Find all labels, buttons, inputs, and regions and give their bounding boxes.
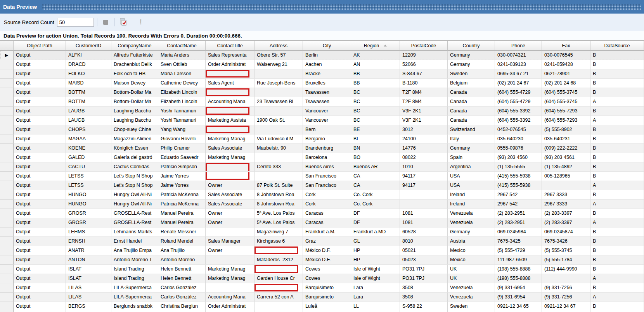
cell-address[interactable]: 87 Polk St. Suite xyxy=(254,181,303,190)
cell-contacttitle[interactable]: Order Administrat xyxy=(206,302,254,311)
cell-country[interactable]: USA xyxy=(448,181,495,190)
cell-object-path[interactable]: Output xyxy=(14,228,66,237)
cell-region[interactable]: AK xyxy=(351,51,400,60)
cell-datasource[interactable]: B xyxy=(590,79,644,88)
cell-city[interactable]: Vancouver xyxy=(303,116,351,125)
cell-object-path[interactable]: Output xyxy=(14,255,66,265)
cell-customerid[interactable]: ISLAT xyxy=(66,274,111,283)
cell-datasource[interactable]: B xyxy=(590,172,644,181)
cell-object-path[interactable]: Output xyxy=(14,246,66,255)
cell-object-path[interactable]: Output xyxy=(14,107,66,116)
cell-object-path[interactable]: Output xyxy=(14,218,66,228)
cell-customerid[interactable]: KOENE xyxy=(66,144,111,153)
cell-postalcode[interactable] xyxy=(400,190,448,200)
cell-postalcode[interactable]: 1081 xyxy=(400,209,448,218)
cell-phone[interactable]: (604) 555-4729 xyxy=(495,97,542,107)
cell-postalcode[interactable]: 94117 xyxy=(400,181,448,190)
cell-city[interactable]: Tsawassen xyxy=(303,97,351,107)
cell-postalcode[interactable]: V3F 2K1 xyxy=(400,107,448,116)
cell-country[interactable]: Germany xyxy=(448,51,495,60)
cell-city[interactable]: Caracas xyxy=(303,218,351,228)
cell-postalcode[interactable] xyxy=(400,200,448,209)
row-header-cell[interactable] xyxy=(0,200,14,209)
cell-fax[interactable]: 0621-78901 xyxy=(542,69,590,79)
cell-datasource[interactable]: B xyxy=(590,255,644,265)
cell-region[interactable]: Isle of Wight xyxy=(351,274,400,283)
cell-city[interactable]: Bräcke xyxy=(303,69,351,79)
cell-customerid[interactable]: ERNSH xyxy=(66,237,111,246)
cell-customerid[interactable]: BOTTM xyxy=(66,97,111,107)
cell-country[interactable]: Germany xyxy=(448,228,495,237)
row-header-cell[interactable] xyxy=(0,209,14,218)
row-header-cell[interactable] xyxy=(0,181,14,190)
cell-phone[interactable]: 111-987-6509 xyxy=(495,255,542,265)
cell-customerid[interactable]: LAUGB xyxy=(66,107,111,116)
cell-customerid[interactable]: LAUGB xyxy=(66,116,111,125)
cell-postalcode[interactable]: 94117 xyxy=(400,172,448,181)
cell-phone[interactable]: 0452-076545 xyxy=(495,125,542,134)
cell-city[interactable]: Frankfurt a.M. xyxy=(303,228,351,237)
cell-country[interactable]: USA xyxy=(448,172,495,181)
cell-address[interactable]: Kirchgasse 6 xyxy=(254,237,303,246)
cell-region[interactable]: Buenos AR xyxy=(351,162,400,172)
cell-companyname[interactable]: GROSELLA-Rest xyxy=(111,218,158,228)
cell-object-path[interactable]: Output xyxy=(14,116,66,125)
cell-country[interactable]: Germany xyxy=(448,144,495,153)
cell-region[interactable]: BE xyxy=(351,125,400,134)
cell-address[interactable]: Obere Str. 57 xyxy=(254,51,303,60)
cell-customerid[interactable]: CACTU xyxy=(66,162,111,172)
cell-address[interactable]: 8 Johnstown Roa xyxy=(254,190,303,200)
table-row[interactable]: OutputISLATIsland TradingHelen BennettMa… xyxy=(0,274,644,283)
row-header-cell[interactable] xyxy=(0,218,14,228)
cell-object-path[interactable]: Output xyxy=(14,209,66,218)
cell-region[interactable]: BO xyxy=(351,153,400,162)
cell-contactname[interactable]: Jaime Yorres xyxy=(158,181,206,190)
cell-customerid[interactable]: BERGS xyxy=(66,302,111,311)
column-header-fax[interactable]: Fax xyxy=(542,41,590,51)
column-header-postalcode[interactable]: PostalCode xyxy=(400,41,448,51)
cell-contactname[interactable]: Giovanni Rovelli xyxy=(158,134,206,144)
cell-fax[interactable]: 0241-059428 xyxy=(542,60,590,69)
cell-object-path[interactable]: Output xyxy=(14,51,66,60)
cell-object-path[interactable]: Output xyxy=(14,265,66,274)
cell-country[interactable]: Canada xyxy=(448,116,495,125)
cell-companyname[interactable]: Laughing Bacchu xyxy=(111,107,158,116)
cell-customerid[interactable]: LEHMS xyxy=(66,228,111,237)
cell-contactname[interactable]: Carlos González xyxy=(158,293,206,302)
column-header-customerid[interactable]: CustomerID xyxy=(66,41,111,51)
cell-fax[interactable]: (1) 135-4892 xyxy=(542,162,590,172)
cell-region[interactable]: BC xyxy=(351,107,400,116)
cell-datasource[interactable]: B xyxy=(590,153,644,162)
cell-contacttitle[interactable]: Order Administrat xyxy=(206,60,254,69)
cell-region[interactable]: BC xyxy=(351,97,400,107)
cell-fax[interactable]: 0921-12 34 67 xyxy=(542,302,590,311)
column-header-region[interactable]: Region xyxy=(351,41,400,51)
cell-city[interactable]: Barquisimeto xyxy=(303,293,351,302)
table-row[interactable]: OutputLAUGBLaughing BacchuYoshi Tannamur… xyxy=(0,107,644,116)
cell-customerid[interactable]: LILAS xyxy=(66,293,111,302)
cell-contactname[interactable]: Patricia McKenna xyxy=(158,190,206,200)
cell-contactname[interactable]: Maria Anders xyxy=(158,51,206,60)
table-row[interactable]: ▶OutputALFKIAlfreds FutterkisteMaria And… xyxy=(0,51,644,60)
cell-postalcode[interactable]: 1081 xyxy=(400,218,448,228)
row-header-cell[interactable] xyxy=(0,144,14,153)
cell-address[interactable]: Maubelstr. 90 xyxy=(254,144,303,153)
cell-contacttitle[interactable] xyxy=(206,125,254,134)
cell-contactname[interactable]: Jaime Yorres xyxy=(158,172,206,181)
cell-contacttitle[interactable]: Owner xyxy=(206,181,254,190)
column-header-contacttitle[interactable]: ContactTitle xyxy=(206,41,254,51)
row-header-cell[interactable] xyxy=(0,116,14,125)
cell-companyname[interactable]: Let's Stop N Shop xyxy=(111,172,158,181)
cell-companyname[interactable]: Berglunds snabbk xyxy=(111,302,158,311)
table-row[interactable]: OutputLETSSLet's Stop N ShopJaime Yorres… xyxy=(0,181,644,190)
column-header-contactname[interactable]: ContactName xyxy=(158,41,206,51)
cell-customerid[interactable]: ANATR xyxy=(66,246,111,255)
cell-datasource[interactable]: B xyxy=(590,51,644,60)
cell-postalcode[interactable]: 24100 xyxy=(400,134,448,144)
cell-contacttitle[interactable] xyxy=(206,69,254,79)
cell-object-path[interactable]: Output xyxy=(14,172,66,181)
cell-address[interactable]: Rue Joseph-Bens xyxy=(254,79,303,88)
cell-fax[interactable]: (9) 331-7256 xyxy=(542,293,590,302)
table-row[interactable]: OutputGALEDGalería del gastróEduardo Saa… xyxy=(0,153,644,162)
cell-region[interactable]: AN xyxy=(351,60,400,69)
